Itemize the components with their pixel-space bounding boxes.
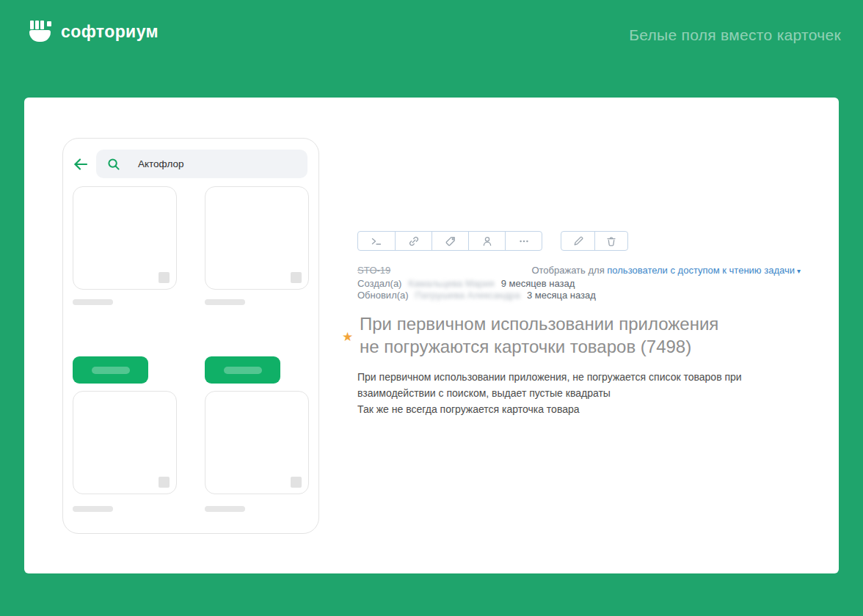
text-placeholder bbox=[73, 506, 113, 512]
more-icon bbox=[518, 235, 530, 247]
tag-button[interactable] bbox=[432, 232, 468, 250]
add-to-cart-button-placeholder[interactable] bbox=[73, 356, 148, 384]
search-input[interactable]: Актофлор bbox=[96, 150, 307, 178]
image-placeholder bbox=[159, 272, 170, 283]
brand: софториум bbox=[29, 21, 159, 43]
created-label: Создал(а) bbox=[357, 278, 401, 289]
text-placeholder bbox=[205, 506, 245, 512]
description-line: взаимодействии с поиском, выдает пустые … bbox=[357, 385, 812, 401]
issue-meta-row: Создал(а)Камальцева Мария9 месяцев назад bbox=[357, 278, 801, 290]
brand-name: софториум bbox=[61, 22, 159, 42]
description-line: При первичном использовании приложения, … bbox=[357, 369, 812, 385]
created-by-name-blurred[interactable]: Камальцева Мария bbox=[408, 278, 494, 289]
issue-title-line: При первичном использовании приложения bbox=[360, 312, 718, 335]
magnifier-icon bbox=[107, 158, 120, 171]
terminal-icon bbox=[371, 235, 382, 247]
button-label-placeholder bbox=[224, 367, 262, 374]
assignee-button[interactable] bbox=[468, 232, 505, 250]
image-placeholder bbox=[291, 272, 302, 283]
issue-id[interactable]: STO-19 bbox=[357, 265, 390, 278]
visibility-label: Отображать для bbox=[531, 265, 604, 276]
created-ago: 9 месяцев назад bbox=[501, 278, 575, 289]
updated-label: Обновил(а) bbox=[357, 290, 409, 301]
visibility-setting: Отображать для пользователи с доступом к… bbox=[531, 265, 801, 278]
issue-meta-row: STO-19 Отображать для пользователи с дос… bbox=[357, 265, 801, 278]
edit-icon bbox=[572, 235, 584, 247]
description-line: Так же не всегда погружается карточка то… bbox=[357, 401, 812, 417]
slide-title: Белые поля вместо карточек bbox=[629, 26, 841, 44]
delete-icon bbox=[605, 235, 617, 247]
text-placeholder bbox=[73, 299, 113, 305]
button-label-placeholder bbox=[92, 367, 130, 374]
link-icon bbox=[408, 235, 420, 247]
image-placeholder bbox=[159, 477, 170, 488]
more-actions-button[interactable] bbox=[505, 232, 542, 250]
updated-by-name-blurred[interactable]: Патрушева Александра bbox=[415, 290, 520, 301]
product-card-placeholder[interactable] bbox=[73, 186, 177, 290]
issue-meta-row: Обновил(а)Патрушева Александра3 месяца н… bbox=[357, 290, 801, 302]
back-button[interactable] bbox=[70, 154, 91, 175]
image-placeholder bbox=[291, 477, 302, 488]
arrow-left-icon bbox=[71, 155, 90, 174]
updated-ago: 3 месяца назад bbox=[527, 290, 596, 301]
product-card-placeholder[interactable] bbox=[205, 186, 309, 290]
issue-title-line: не погружаются карточки товаров (7498) bbox=[360, 335, 718, 358]
issue-meta: STO-19 Отображать для пользователи с дос… bbox=[357, 265, 801, 302]
issue-title: При первичном использовании приложения н… bbox=[360, 312, 718, 358]
star-icon[interactable]: ★ bbox=[342, 312, 360, 358]
issue-title-row: ★ При первичном использовании приложения… bbox=[342, 312, 801, 358]
issue-toolbar bbox=[357, 231, 628, 251]
content-panel: Актофлор bbox=[24, 98, 839, 573]
edit-button[interactable] bbox=[561, 232, 594, 250]
phone-mockup: Актофлор bbox=[62, 138, 319, 534]
link-button[interactable] bbox=[395, 232, 432, 250]
assignee-icon bbox=[481, 235, 493, 247]
fist-logo-icon bbox=[29, 21, 51, 43]
toolbar-group-main bbox=[357, 231, 542, 251]
add-to-cart-button-placeholder[interactable] bbox=[205, 356, 280, 384]
slide-header: софториум Белые поля вместо карточек bbox=[0, 0, 863, 98]
terminal-command-button[interactable] bbox=[358, 232, 395, 250]
tag-icon bbox=[445, 235, 456, 247]
search-value: Актофлор bbox=[138, 158, 183, 169]
text-placeholder bbox=[205, 299, 245, 305]
visibility-link[interactable]: пользователи с доступом к чтению задачи bbox=[607, 265, 795, 276]
product-card-placeholder[interactable] bbox=[73, 391, 177, 494]
caret-down-icon[interactable]: ▾ bbox=[797, 267, 801, 275]
toolbar-group-edit bbox=[561, 231, 628, 251]
issue-description: При первичном использовании приложения, … bbox=[357, 369, 812, 417]
delete-button[interactable] bbox=[594, 232, 627, 250]
product-card-placeholder[interactable] bbox=[205, 391, 309, 494]
